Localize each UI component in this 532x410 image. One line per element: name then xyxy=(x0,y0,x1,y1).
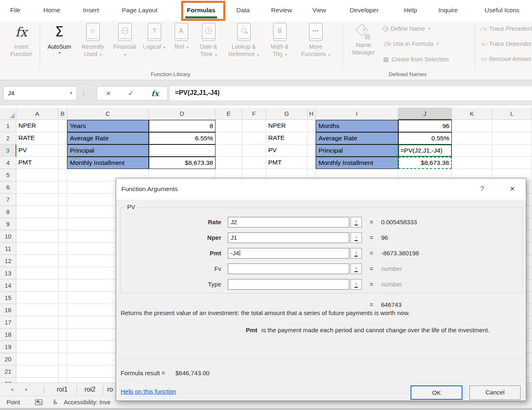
row-header-13[interactable]: 13 xyxy=(0,267,16,279)
row-header-12[interactable]: 12 xyxy=(0,255,16,267)
row-header-2[interactable]: 2 xyxy=(0,132,16,144)
macro-record-icon[interactable] xyxy=(35,399,43,405)
logical-button[interactable]: ? Logical ▾ xyxy=(142,23,166,51)
collapse-dialog-icon[interactable]: ↑ xyxy=(350,264,362,274)
ribbon-tab-inquire[interactable]: Inquire xyxy=(438,0,458,21)
use-in-formula-button[interactable]: ⟨fx Use in Formula ▾ xyxy=(383,41,438,47)
sheet-nav-right-icon[interactable]: ▸ xyxy=(25,383,28,396)
dialog-help-icon[interactable]: ? xyxy=(476,178,488,200)
grid-cell[interactable] xyxy=(16,279,58,292)
cell-D1[interactable]: 8 xyxy=(149,120,215,132)
ribbon-tab-useful-icons[interactable]: Useful Icons xyxy=(485,0,519,21)
grid-cell[interactable] xyxy=(58,304,67,316)
column-header-C[interactable]: C xyxy=(67,108,149,120)
grid-cell[interactable] xyxy=(242,120,266,132)
grid-cell[interactable] xyxy=(242,144,266,157)
grid-cell[interactable] xyxy=(58,194,67,206)
dialog-close-icon[interactable]: ✕ xyxy=(505,178,519,200)
insert-function-button[interactable]: fx Insert Function xyxy=(7,23,35,58)
grid-cell[interactable] xyxy=(215,157,242,169)
row-header-20[interactable]: 20 xyxy=(0,353,16,365)
grid-cell[interactable] xyxy=(492,120,532,132)
autosum-button[interactable]: Σ AutoSum ▾ xyxy=(46,23,73,55)
ok-button[interactable]: OK xyxy=(411,385,462,400)
row-header-14[interactable]: 14 xyxy=(0,279,16,292)
sheet-tab-roi2[interactable]: roi2 xyxy=(77,383,103,396)
grid-cell[interactable] xyxy=(16,316,58,329)
lookup-reference-button[interactable]: Lookup & Reference ▾ xyxy=(224,23,263,58)
row-header-8[interactable]: 8 xyxy=(0,206,16,218)
cancel-entry-icon[interactable]: × xyxy=(106,88,111,98)
grid-cell[interactable] xyxy=(16,267,58,279)
cell-I1[interactable]: Months xyxy=(316,120,398,132)
more-functions-button[interactable]: ••• More Functions ▾ xyxy=(299,23,332,58)
help-on-function-link[interactable]: Help on this function xyxy=(121,388,176,395)
grid-cell[interactable] xyxy=(452,120,492,132)
row-header-4[interactable]: 4 xyxy=(0,157,16,169)
ribbon-tab-view[interactable]: View xyxy=(312,0,326,21)
grid-cell[interactable] xyxy=(58,206,67,218)
row-header-3[interactable]: 3 xyxy=(0,144,16,157)
grid-cell[interactable] xyxy=(16,206,58,218)
grid-cell[interactable] xyxy=(16,292,58,304)
grid-cell[interactable] xyxy=(58,279,67,292)
trace-dependents-button[interactable]: ↘□ Trace Dependents xyxy=(480,41,532,47)
cell-C1[interactable]: Years xyxy=(67,120,149,132)
grid-cell[interactable] xyxy=(16,353,58,365)
column-header-F[interactable]: F xyxy=(242,108,266,120)
sheet-tab-roi1[interactable]: roi1 xyxy=(48,383,76,396)
grid-cell[interactable] xyxy=(16,341,58,353)
confirm-entry-icon[interactable]: ✓ xyxy=(128,89,134,98)
name-box[interactable]: J4 ▼ xyxy=(3,86,77,100)
grid-cell[interactable] xyxy=(16,304,58,316)
grid-cell[interactable] xyxy=(16,218,58,230)
column-header-I[interactable]: I xyxy=(316,108,398,120)
cell-J4[interactable]: $8,673.38 xyxy=(398,157,452,169)
row-header-17[interactable]: 17 xyxy=(0,316,16,329)
ribbon-tab-developer[interactable]: Developer xyxy=(350,0,379,21)
grid-cell[interactable] xyxy=(242,157,266,169)
cell-A1[interactable]: NPER xyxy=(16,120,58,132)
grid-cell[interactable] xyxy=(16,329,58,341)
column-header-D[interactable]: D xyxy=(149,108,215,120)
create-from-selection-button[interactable]: ▦ Create from Selection xyxy=(383,56,449,63)
grid-cell[interactable] xyxy=(58,144,67,157)
ribbon-tab-home[interactable]: Home xyxy=(43,0,60,21)
row-header-10[interactable]: 10 xyxy=(0,230,16,243)
grid-cell[interactable] xyxy=(58,255,67,267)
column-header-L[interactable]: L xyxy=(492,108,532,120)
grid-cell[interactable] xyxy=(492,144,532,157)
grid-cell[interactable] xyxy=(16,365,58,378)
financial-button[interactable]: Financial ▾ xyxy=(112,23,138,58)
grid-cell[interactable] xyxy=(308,144,316,157)
cell-I2[interactable]: Average Rate xyxy=(316,132,398,144)
column-header-E[interactable]: E xyxy=(215,108,242,120)
pmt-input[interactable]: -J4 xyxy=(228,248,349,259)
cancel-button[interactable]: Cancel xyxy=(469,385,521,400)
math-trig-button[interactable]: θ Math & Trig ▾ xyxy=(267,23,293,58)
grid-cell[interactable] xyxy=(215,120,242,132)
grid-cell[interactable] xyxy=(16,169,58,181)
ribbon-tab-insert[interactable]: Insert xyxy=(83,0,99,21)
column-header-G[interactable]: G xyxy=(266,108,308,120)
grid-cell[interactable] xyxy=(58,353,67,365)
grid-cell[interactable] xyxy=(452,132,492,144)
column-header-B[interactable]: B xyxy=(58,108,67,120)
cell-I4[interactable]: Monthly Installment xyxy=(316,157,398,169)
ribbon-tab-page-layout[interactable]: Page Layout xyxy=(122,0,157,21)
grid-cell[interactable] xyxy=(58,157,67,169)
grid-cell[interactable] xyxy=(58,341,67,353)
rate-input[interactable]: J2 xyxy=(228,217,349,228)
cell-C2[interactable]: Average Rate xyxy=(67,132,149,144)
grid-cell[interactable] xyxy=(58,292,67,304)
grid-cell[interactable] xyxy=(452,157,492,169)
row-header-18[interactable]: 18 xyxy=(0,329,16,341)
recently-used-button[interactable]: ☆ Recently Used ▾ xyxy=(79,23,107,58)
grid-cell[interactable] xyxy=(58,230,67,243)
sheet-nav-left-icon[interactable]: ◂ xyxy=(11,383,13,396)
cell-J3[interactable]: =PV(J2,J1,-J4) xyxy=(398,144,452,157)
grid-cell[interactable] xyxy=(58,132,67,144)
ribbon-tab-formulas[interactable]: Formulas xyxy=(187,0,215,21)
grid-cell[interactable] xyxy=(58,243,67,255)
fv-input[interactable] xyxy=(228,264,349,274)
